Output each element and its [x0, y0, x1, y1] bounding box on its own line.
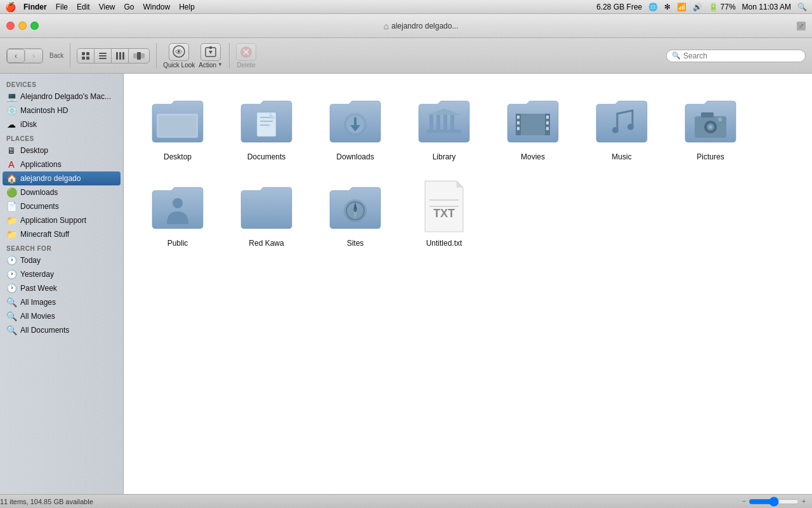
- globe-icon[interactable]: 🌐: [648, 3, 658, 11]
- toolbar: ‹ › Back 👁 Quick Look: [0, 38, 812, 74]
- icon-view-button[interactable]: [77, 49, 95, 63]
- spotlight-icon[interactable]: 🔍: [797, 3, 807, 11]
- volume-icon[interactable]: 🔊: [693, 3, 702, 11]
- sidebar-item-home[interactable]: 🏠 alejandro delgado: [3, 171, 121, 185]
- window-menu[interactable]: Window: [143, 3, 171, 11]
- svg-rect-46: [546, 127, 549, 130]
- file-item-public[interactable]: Public: [136, 173, 219, 253]
- file-item-untitled[interactable]: TXT Untitled.txt: [403, 173, 485, 253]
- sidebar-idisk-label: iDisk: [20, 120, 37, 129]
- minimize-button[interactable]: [18, 22, 27, 30]
- sidebar-item-alldocs[interactable]: 🔍 All Documents: [0, 323, 123, 337]
- sidebar-home-label: alejandro delgado: [20, 174, 81, 183]
- sidebar-item-allmovies[interactable]: 🔍 All Movies: [0, 309, 123, 323]
- sidebar-minecraft-label: Minecraft Stuff: [20, 230, 69, 239]
- wifi-icon[interactable]: 📶: [677, 3, 686, 11]
- sidebar-item-macintosh-hd[interactable]: 💿 Macintosh HD: [0, 104, 123, 117]
- svg-rect-3: [86, 57, 89, 60]
- svg-rect-35: [443, 115, 447, 130]
- svg-rect-9: [122, 52, 124, 60]
- list-view-button[interactable]: [95, 49, 112, 63]
- finder-menu[interactable]: Finder: [23, 3, 47, 11]
- delete-button[interactable]: Delete: [236, 43, 256, 69]
- downloads-folder-icon: [327, 91, 384, 149]
- svg-rect-7: [116, 52, 118, 60]
- file-item-movies[interactable]: Movies: [492, 86, 574, 166]
- svg-rect-10: [133, 53, 137, 58]
- desktop-folder-label: Desktop: [164, 152, 192, 161]
- view-menu[interactable]: View: [99, 3, 115, 11]
- view-mode-buttons: [77, 48, 150, 64]
- sidebar-item-minecraft[interactable]: 📁 Minecraft Stuff: [0, 227, 123, 241]
- documents-folder-label: Documents: [247, 152, 286, 161]
- file-item-downloads[interactable]: Downloads: [314, 86, 396, 166]
- zoom-button[interactable]: [30, 22, 39, 30]
- untitled-file-label: Untitled.txt: [426, 239, 462, 248]
- quick-look-button[interactable]: 👁 Quick Look: [163, 43, 195, 69]
- sidebar-documents-label: Documents: [20, 202, 59, 211]
- bluetooth-icon[interactable]: ✻: [664, 3, 671, 11]
- sidebar-item-desktop[interactable]: 🖥 Desktop: [0, 144, 123, 157]
- traffic-lights: [6, 22, 39, 30]
- coverflow-view-button[interactable]: [129, 49, 149, 63]
- finder-window: ⌂ alejandro delgado... ⤢ ‹ › Back: [0, 14, 812, 508]
- battery-icon[interactable]: 🔋 77%: [709, 3, 735, 11]
- zoom-slider[interactable]: [749, 498, 799, 505]
- pictures-folder-label: Pictures: [697, 152, 724, 161]
- apple-menu[interactable]: 🍎: [5, 2, 16, 12]
- svg-rect-50: [701, 112, 714, 117]
- file-menu[interactable]: File: [56, 3, 68, 11]
- column-view-button[interactable]: [112, 49, 129, 63]
- sidebar-item-idisk[interactable]: ☁ iDisk: [0, 117, 123, 131]
- sites-folder-icon: [327, 178, 384, 235]
- toolbar-separator-2: [156, 43, 157, 69]
- svg-marker-62: [457, 181, 463, 187]
- sidebar-item-mac[interactable]: 💻 Alejandro Delgado's Mac...: [0, 90, 123, 104]
- svg-rect-2: [82, 57, 85, 60]
- help-menu[interactable]: Help: [179, 3, 195, 11]
- sidebar-item-documents[interactable]: 📄 Documents: [0, 199, 123, 213]
- titlebar: ⌂ alejandro delgado... ⤢: [0, 14, 812, 38]
- search-input[interactable]: [683, 51, 800, 60]
- pastweek-icon: 🕐: [6, 283, 16, 293]
- sidebar-item-applications[interactable]: A Applications: [0, 157, 123, 171]
- sidebar-item-allimages[interactable]: 🔍 All Images: [0, 295, 123, 309]
- menubar-right: 6.28 GB Free 🌐 ✻ 📶 🔊 🔋 77% Mon 11:03 AM …: [596, 3, 807, 11]
- sidebar-today-label: Today: [20, 256, 41, 265]
- sidebar-item-yesterday[interactable]: 🕐 Yesterday: [0, 267, 123, 281]
- file-item-library[interactable]: Library: [403, 86, 485, 166]
- sidebar-item-today[interactable]: 🕐 Today: [0, 253, 123, 267]
- redkawa-folder-label: Red Kawa: [249, 239, 284, 248]
- file-item-redkawa[interactable]: Red Kawa: [225, 173, 308, 253]
- svg-rect-8: [119, 52, 121, 60]
- svg-rect-36: [450, 115, 454, 130]
- edit-menu[interactable]: Edit: [77, 3, 90, 11]
- go-menu[interactable]: Go: [124, 3, 134, 11]
- zoom-in-button[interactable]: +: [802, 498, 806, 505]
- file-item-desktop[interactable]: Desktop: [136, 86, 219, 166]
- back-button[interactable]: ‹: [7, 49, 25, 63]
- forward-button[interactable]: ›: [25, 49, 43, 63]
- file-item-documents[interactable]: Documents: [225, 86, 308, 166]
- sidebar-item-pastweek[interactable]: 🕐 Past Week: [0, 281, 123, 295]
- desktop-folder-icon: [149, 91, 206, 149]
- zoom-out-button[interactable]: −: [742, 498, 746, 505]
- action-label-group: Action ▼: [199, 61, 223, 69]
- action-button[interactable]: Action ▼: [199, 43, 223, 69]
- sidebar-alldocs-label: All Documents: [20, 326, 69, 335]
- close-button[interactable]: [6, 22, 15, 30]
- sidebar-item-downloads[interactable]: 🟢 Downloads: [0, 185, 123, 199]
- disk-free-label: 6.28 GB Free: [596, 3, 642, 11]
- svg-point-47: [612, 127, 619, 133]
- maximize-button[interactable]: ⤢: [797, 22, 806, 30]
- file-item-pictures[interactable]: Pictures: [669, 86, 752, 166]
- search-bar[interactable]: 🔍: [666, 50, 806, 62]
- music-folder-label: Music: [612, 152, 631, 161]
- mac-icon: 💻: [6, 91, 16, 102]
- file-item-music[interactable]: Music: [580, 86, 663, 166]
- file-item-sites[interactable]: Sites: [314, 173, 396, 253]
- svg-rect-11: [137, 52, 141, 60]
- toolbar-separator-3: [229, 43, 230, 69]
- sidebar-item-appsupport[interactable]: 📁 Application Support: [0, 213, 123, 227]
- devices-header: DEVICES: [0, 77, 123, 90]
